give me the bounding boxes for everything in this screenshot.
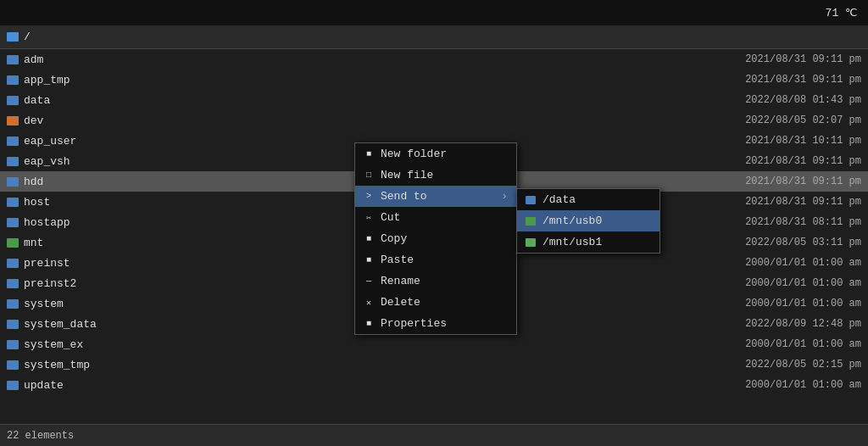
- ctx-item-properties[interactable]: ■Properties: [355, 313, 516, 334]
- ctx-icon: ■: [364, 255, 374, 265]
- file-name: host: [24, 196, 50, 209]
- file-row[interactable]: dev2022/08/05 02:07 pm: [0, 110, 868, 131]
- folder-icon: [7, 360, 19, 370]
- temperature-display: 71 ℃: [826, 6, 858, 20]
- ctx-item-delete[interactable]: ✕Delete: [355, 292, 516, 313]
- file-name: adm: [24, 53, 43, 66]
- ctx-label: New file: [381, 169, 433, 181]
- file-name: eap_user: [24, 135, 76, 148]
- folder-icon: [7, 279, 19, 288]
- folder-icon: [7, 259, 19, 268]
- file-date: 2021/08/31 09:11 pm: [745, 74, 861, 86]
- top-bar: 71 ℃: [0, 0, 868, 25]
- file-row[interactable]: adm2021/08/31 09:11 pm: [0, 49, 868, 70]
- file-date: 2021/08/31 09:11 pm: [745, 176, 861, 187]
- file-date: 2022/08/05 02:07 pm: [745, 114, 861, 126]
- file-name: system_tmp: [24, 359, 90, 371]
- file-date: 2021/08/31 10:11 pm: [745, 135, 861, 147]
- file-date: 2021/08/31 09:11 pm: [745, 196, 861, 208]
- folder-icon: [7, 177, 19, 187]
- file-date: 2021/08/31 09:11 pm: [745, 53, 861, 65]
- ctx-icon: ■: [364, 319, 374, 329]
- ctx-label: Delete: [381, 296, 420, 309]
- file-row[interactable]: update2000/01/01 01:00 am: [0, 375, 868, 395]
- file-row[interactable]: system_ex2000/01/01 01:00 am: [0, 334, 868, 354]
- file-date: 2000/01/01 01:00 am: [745, 257, 861, 269]
- ctx-label: Rename: [381, 275, 420, 287]
- sub-folder-icon: [526, 196, 536, 204]
- file-date: 2022/08/05 02:15 pm: [745, 359, 861, 371]
- ctx-label: Paste: [381, 254, 414, 266]
- folder-icon: [7, 381, 19, 390]
- file-name: update: [24, 379, 64, 392]
- sub-folder-icon: [526, 217, 536, 226]
- ctx-item-rename[interactable]: —Rename: [355, 270, 516, 292]
- sub-label: /mnt/usb0: [542, 215, 602, 227]
- file-date: 2021/08/31 08:11 pm: [745, 216, 861, 228]
- file-name: data: [24, 94, 50, 107]
- file-name: system_ex: [24, 338, 83, 351]
- ctx-item-copy[interactable]: ■Copy: [355, 228, 516, 249]
- file-row[interactable]: data2022/08/08 01:43 pm: [0, 90, 868, 110]
- file-name: app_tmp: [24, 74, 70, 86]
- file-name: eap_vsh: [24, 155, 70, 168]
- context-menu: ■New folder□New file>Send to›✂Cut■Copy■P…: [354, 142, 517, 335]
- file-date: 2000/01/01 01:00 am: [745, 298, 861, 309]
- file-name: mnt: [24, 237, 43, 249]
- ctx-item-send-to[interactable]: >Send to›: [355, 186, 516, 207]
- file-date: 2021/08/31 09:11 pm: [745, 155, 861, 167]
- ctx-label: Cut: [381, 211, 400, 224]
- folder-icon: [7, 96, 19, 105]
- file-date: 2000/01/01 01:00 am: [745, 379, 861, 391]
- sub-folder-icon: [526, 238, 536, 247]
- submenu: /data/mnt/usb0/mnt/usb1: [516, 188, 660, 254]
- folder-icon: [7, 116, 19, 125]
- folder-icon: [7, 32, 19, 42]
- submenu-item-mnt-usb1[interactable]: /mnt/usb1: [517, 231, 659, 253]
- sub-label: /data: [542, 193, 576, 206]
- folder-icon: [7, 340, 19, 349]
- ctx-label: Send to: [381, 190, 427, 203]
- submenu-item-mnt-usb0[interactable]: /mnt/usb0: [517, 210, 659, 231]
- sub-label: /mnt/usb1: [542, 236, 602, 248]
- ctx-icon: ✂: [364, 213, 374, 223]
- file-name: system: [24, 298, 64, 310]
- folder-icon: [7, 320, 19, 329]
- file-name: dev: [24, 114, 43, 127]
- ctx-icon: —: [364, 276, 374, 287]
- file-name: hostapp: [24, 216, 70, 229]
- file-date: 2022/08/09 12:48 pm: [745, 318, 861, 330]
- ctx-icon: >: [364, 192, 374, 202]
- folder-icon: [7, 238, 19, 248]
- folder-icon: [7, 137, 19, 146]
- ctx-icon: □: [364, 170, 374, 181]
- ctx-item-new-file[interactable]: □New file: [355, 164, 516, 186]
- folder-icon: [7, 299, 19, 309]
- ctx-icon: ■: [364, 234, 374, 244]
- folder-icon: [7, 218, 19, 227]
- ctx-label: Copy: [381, 232, 407, 245]
- breadcrumb-row: /: [0, 25, 868, 49]
- file-date: 2022/08/08 01:43 pm: [745, 94, 861, 106]
- ctx-item-new-folder[interactable]: ■New folder: [355, 143, 516, 164]
- file-name: hdd: [24, 176, 43, 188]
- ctx-icon: ■: [364, 149, 374, 159]
- file-date: 2022/08/05 03:11 pm: [745, 237, 861, 248]
- file-date: 2000/01/01 01:00 am: [745, 338, 861, 350]
- file-row[interactable]: app_tmp2021/08/31 09:11 pm: [0, 70, 868, 90]
- submenu-item-data[interactable]: /data: [517, 189, 659, 210]
- file-name: preinst: [24, 257, 70, 270]
- ctx-icon: ✕: [364, 298, 374, 308]
- submenu-arrow-icon: ›: [501, 190, 508, 203]
- file-date: 2000/01/01 01:00 am: [745, 277, 861, 289]
- ctx-item-paste[interactable]: ■Paste: [355, 249, 516, 270]
- ctx-label: Properties: [381, 317, 447, 330]
- folder-icon: [7, 157, 19, 166]
- ctx-label: New folder: [381, 148, 447, 160]
- ctx-item-cut[interactable]: ✂Cut: [355, 207, 516, 228]
- breadcrumb-path: /: [24, 31, 31, 43]
- file-name: system_data: [24, 318, 97, 331]
- status-bar: 22 elements: [0, 424, 868, 446]
- file-row[interactable]: system_tmp2022/08/05 02:15 pm: [0, 354, 868, 375]
- folder-icon: [7, 198, 19, 207]
